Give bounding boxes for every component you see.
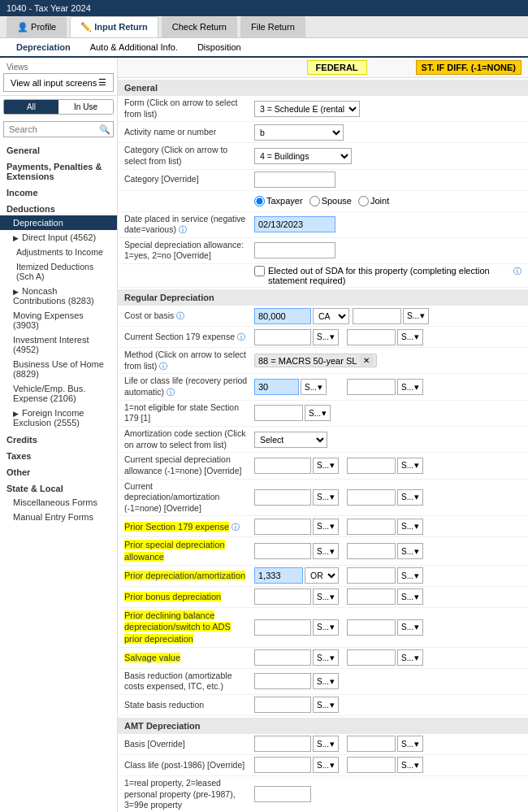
sidebar-item-investment[interactable]: Investment Interest (4952)	[0, 332, 117, 357]
salvage-s-btn[interactable]: S... ▾	[313, 649, 339, 666]
toggle-inuse-button[interactable]: In Use	[58, 100, 113, 114]
elected-out-checkbox[interactable]	[254, 266, 265, 276]
amt-class-state-s-btn[interactable]: S... ▾	[397, 757, 423, 773]
special-dep-input[interactable]	[254, 242, 335, 258]
life-state-input[interactable]	[347, 379, 396, 395]
category-select[interactable]: 4 = Buildings	[254, 148, 352, 164]
toggle-all-button[interactable]: All	[4, 100, 58, 114]
sidebar-section-income[interactable]: Income	[0, 183, 117, 199]
prior-special-input[interactable]	[254, 543, 311, 559]
sidebar-item-itemized[interactable]: Itemized Deductions (Sch A)	[0, 259, 117, 284]
prior-dep-state-select[interactable]: OR	[305, 567, 339, 584]
cost-basis-s-btn[interactable]: S... ▾	[403, 308, 429, 324]
life-info-icon[interactable]: ⓘ	[167, 388, 175, 397]
salvage-input[interactable]	[254, 649, 311, 666]
amt-basis-s-btn[interactable]: S... ▾	[313, 736, 339, 752]
subtab-disposition[interactable]: Disposition	[188, 38, 251, 58]
joint-radio-label[interactable]: Joint	[358, 196, 389, 206]
amt-basis-state-s-btn[interactable]: S... ▾	[397, 736, 423, 752]
prior-special-s-btn[interactable]: S... ▾	[313, 543, 339, 559]
prior-special-state-input[interactable]	[347, 543, 396, 559]
method-info-icon[interactable]: ⓘ	[159, 362, 167, 371]
sidebar-section-taxes[interactable]: Taxes	[0, 446, 117, 462]
current-special-input[interactable]	[254, 458, 311, 474]
prior-179-state-s-btn[interactable]: S... ▾	[397, 519, 423, 535]
elected-out-checkbox-label[interactable]: Elected out of SDA for this property (co…	[254, 266, 522, 285]
elected-out-info-icon[interactable]: ⓘ	[513, 266, 522, 277]
basis-reduction-s-btn[interactable]: S... ▾	[313, 673, 339, 689]
sidebar-item-noncash[interactable]: ▶Noncash Contributions (8283)	[0, 284, 117, 308]
current-dep-state-input[interactable]	[347, 489, 396, 506]
prior-dep-input[interactable]	[254, 567, 303, 584]
sidebar-item-direct-input[interactable]: ▶Direct Input (4562)	[0, 230, 117, 245]
current-special-state-input[interactable]	[347, 458, 396, 474]
tab-profile[interactable]: 👤 Profile	[6, 16, 67, 37]
prior-179-input[interactable]	[254, 519, 311, 535]
not-eligible-input[interactable]	[254, 405, 303, 421]
prior-special-state-s-btn[interactable]: S... ▾	[397, 543, 423, 559]
sidebar-item-business-home[interactable]: Business Use of Home (8829)	[0, 357, 117, 381]
amt-class-state-input[interactable]	[347, 757, 396, 773]
not-eligible-s-btn[interactable]: S... ▾	[305, 405, 331, 421]
basis-reduction-input[interactable]	[254, 673, 311, 689]
amt-type-input[interactable]	[254, 786, 311, 802]
salvage-state-input[interactable]	[347, 649, 396, 666]
amt-basis-input[interactable]	[254, 736, 311, 752]
prior-dep-state-s-btn[interactable]: S... ▾	[397, 567, 423, 584]
current-dep-s-btn[interactable]: S... ▾	[313, 489, 339, 506]
subtab-auto[interactable]: Auto & Additional Info.	[80, 38, 188, 58]
taxpayer-radio[interactable]	[254, 196, 265, 206]
category-override-input[interactable]	[254, 172, 335, 188]
cost-basis-input[interactable]	[254, 308, 311, 324]
sidebar-item-misc[interactable]: Miscellaneous Forms	[0, 495, 117, 510]
cost-basis-state-input[interactable]	[353, 308, 401, 324]
prior-179-state-input[interactable]	[347, 519, 396, 535]
tab-file-return[interactable]: File Return	[240, 16, 305, 37]
current-dep-input[interactable]	[254, 489, 311, 506]
sidebar-item-manual[interactable]: Manual Entry Forms	[0, 510, 117, 524]
tab-check-return[interactable]: Check Return	[162, 16, 237, 37]
sidebar-item-vehicle[interactable]: Vehicle/Emp. Bus. Expense (2106)	[0, 381, 117, 406]
activity-select[interactable]: b	[254, 124, 344, 141]
sidebar-section-other[interactable]: Other	[0, 462, 117, 479]
prior-bonus-s-btn[interactable]: S... ▾	[313, 588, 339, 605]
date-info-icon[interactable]: ⓘ	[179, 225, 187, 234]
method-tag-remove[interactable]: ✕	[360, 355, 373, 366]
prior-179-s-btn[interactable]: S... ▾	[313, 519, 339, 535]
prior-bonus-state-s-btn[interactable]: S... ▾	[397, 588, 423, 605]
form-select[interactable]: 3 = Schedule E (rental)	[254, 101, 360, 117]
joint-radio[interactable]	[358, 196, 369, 206]
current-179-info-icon[interactable]: ⓘ	[237, 332, 245, 341]
current-dep-state-s-btn[interactable]: S... ▾	[397, 489, 423, 506]
amt-class-s-btn[interactable]: S... ▾	[313, 757, 339, 773]
sidebar-section-payments[interactable]: Payments, Penalties & Extensions	[0, 157, 117, 183]
state-basis-input[interactable]	[254, 697, 311, 713]
sidebar-item-moving[interactable]: Moving Expenses (3903)	[0, 308, 117, 332]
amortization-select[interactable]: Select	[254, 432, 327, 448]
sidebar-item-foreign[interactable]: ▶Foreign Income Exclusion (2555)	[0, 406, 117, 430]
current-179-input[interactable]	[254, 329, 311, 345]
prior-bonus-input[interactable]	[254, 588, 311, 605]
sidebar-section-deductions[interactable]: Deductions	[0, 199, 117, 215]
date-placed-input[interactable]	[254, 216, 335, 232]
search-input[interactable]	[3, 121, 114, 137]
sidebar-section-state[interactable]: State & Local	[0, 479, 117, 495]
taxpayer-radio-label[interactable]: Taxpayer	[254, 196, 303, 206]
prior-179-info-icon[interactable]: ⓘ	[232, 523, 240, 532]
salvage-state-s-btn[interactable]: S... ▾	[397, 649, 423, 666]
sidebar-item-depreciation[interactable]: Depreciation	[0, 215, 117, 230]
life-state-s-btn[interactable]: S... ▾	[397, 379, 423, 395]
cost-basis-info-icon[interactable]: ⓘ	[176, 311, 184, 320]
prior-declining-state-s-btn[interactable]: S... ▾	[397, 619, 423, 636]
current-special-s-btn[interactable]: S... ▾	[313, 458, 339, 474]
state-basis-s-btn[interactable]: S... ▾	[313, 697, 339, 713]
life-s-btn[interactable]: S... ▾	[301, 379, 327, 395]
amt-basis-state-input[interactable]	[347, 736, 396, 752]
view-all-screens-button[interactable]: View all input screens ☰	[3, 73, 114, 92]
amt-class-input[interactable]	[254, 757, 311, 773]
prior-dep-state-input[interactable]	[347, 567, 396, 584]
sidebar-item-adjustments[interactable]: Adjustments to Income	[0, 245, 117, 259]
subtab-depreciation[interactable]: Depreciation	[6, 38, 80, 58]
life-input[interactable]	[254, 379, 299, 395]
current-179-s-btn[interactable]: S... ▾	[313, 329, 339, 345]
